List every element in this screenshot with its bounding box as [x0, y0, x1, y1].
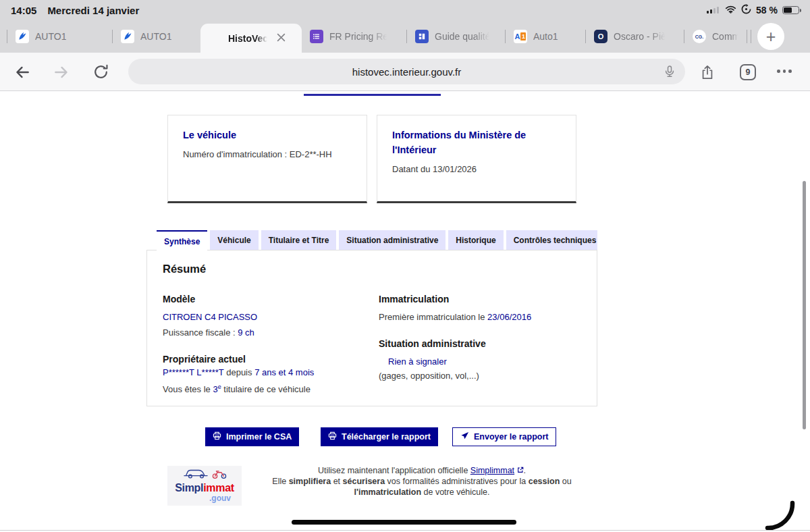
layout-favicon	[415, 30, 429, 43]
cg-favicon: CG.	[693, 30, 706, 43]
back-button[interactable]	[11, 53, 34, 91]
auto1-favicon	[16, 30, 29, 43]
promo-line-2: Elle simplifiera et sécurisera vos forma…	[263, 476, 580, 487]
owner-heading: Propriétaire actuel	[163, 354, 379, 365]
auto1-favicon	[121, 30, 134, 43]
fiscal-power-label: Puissance fiscale :	[163, 327, 238, 338]
browser-tab-label: Guide qualité	[435, 31, 491, 42]
holder-suffix: titulaire de ce véhicule	[221, 384, 310, 394]
synthese-panel: Résumé Modèle CITROEN C4 PICASSO Puissan…	[146, 250, 597, 406]
browser-tab-auto1[interactable]: AUTO1	[7, 20, 112, 53]
status-date: Mercredi 14 janvier	[47, 5, 139, 16]
oscaro-favicon: O	[594, 30, 608, 43]
tab-separator	[747, 30, 747, 43]
tab-situation-administrative[interactable]: Situation administrative	[339, 230, 446, 250]
download-report-label: Télécharger le rapport	[342, 432, 431, 442]
browser-tab-bar: AUTO1 AUTO1 HistoVec FR Pricing Re	[0, 20, 810, 53]
new-tab-button[interactable]: +	[757, 23, 784, 50]
url-bar[interactable]: histovec.interieur.gouv.fr	[128, 59, 685, 84]
tab-vehicule[interactable]: Véhicule	[210, 230, 258, 250]
a1-favicon: A1	[514, 30, 527, 43]
registration-label: Première immatriculation le	[379, 312, 487, 322]
browser-tab-guide-qualite[interactable]: Guide qualité	[407, 20, 505, 53]
simplimmat-link[interactable]: Simplimmat	[470, 466, 514, 475]
print-csa-button[interactable]: Imprimer le CSA	[205, 427, 299, 446]
model-heading: Modèle	[163, 294, 379, 304]
browser-tab-fr-pricing[interactable]: FR Pricing Re	[302, 20, 406, 53]
download-report-button[interactable]: Télécharger le rapport	[321, 427, 438, 446]
external-link-icon	[517, 466, 524, 475]
simplimmat-promo-text: Utilisez maintenant l'application offici…	[263, 465, 580, 498]
printer-icon	[213, 431, 221, 442]
promo-seg: ou	[560, 477, 571, 486]
browser-tab-auto1-2[interactable]: AUTO1	[113, 20, 200, 53]
admin-status-heading: Situation administrative	[379, 338, 581, 349]
status-time: 14:05	[11, 5, 36, 16]
report-tabs: Synthèse Véhicule Titulaire et Titre Sit…	[157, 230, 597, 250]
registration-heading: Immatriculation	[379, 294, 581, 304]
home-indicator[interactable]	[292, 520, 516, 525]
browser-tab-oscaro[interactable]: O Oscaro - Piè	[586, 20, 684, 53]
logo-simpl: Simpl	[175, 482, 203, 494]
promo-seg-bold: simplifiera	[289, 477, 331, 486]
battery-percent: 58 %	[756, 5, 778, 16]
browser-tab-label: AUTO1	[35, 31, 66, 42]
microphone-icon[interactable]	[663, 65, 676, 81]
tab-controles-techniques[interactable]: Contrôles techniques	[506, 230, 597, 250]
motorcycle-icon	[211, 469, 227, 482]
registration-line: Première immatriculation le 23/06/2016	[379, 311, 581, 323]
close-tab-icon[interactable]	[277, 32, 286, 45]
promo-line1-suffix: .	[524, 466, 526, 475]
share-button[interactable]	[696, 53, 719, 91]
list-favicon	[310, 30, 323, 43]
browser-tab-label: Oscaro - Piè	[614, 31, 666, 42]
browser-toolbar: histovec.interieur.gouv.fr 9	[0, 53, 810, 91]
simplimmat-logo: Simplimmat .gouv	[167, 466, 242, 506]
promo-seg-bold: sécurisera	[343, 477, 385, 486]
summary-heading: Résumé	[163, 263, 581, 275]
vehicle-card: Le véhicule Numéro d'immatriculation : E…	[167, 115, 367, 203]
plus-icon: +	[766, 27, 776, 47]
print-csa-label: Imprimer le CSA	[226, 432, 292, 442]
tab-historique[interactable]: Historique	[448, 230, 503, 250]
rotation-lock-icon	[741, 4, 751, 16]
car-icon	[182, 467, 210, 482]
fiscal-power-value: 9 ch	[238, 327, 254, 338]
vehicle-card-body: Numéro d'immatriculation : ED-2**-HH	[183, 149, 352, 159]
holder-line: Vous êtes le 3e titulaire de ce véhicule	[163, 383, 379, 396]
ipad-safari-screen: 14:05 Mercredi 14 janvier 58 % AUTO1	[0, 0, 810, 532]
promo-seg: vos formalités administratives pour la	[385, 477, 529, 486]
more-menu-button[interactable]	[777, 70, 792, 73]
admin-status-value: Rien à signaler	[388, 356, 581, 368]
fiscal-power-line: Puissance fiscale : 9 ch	[163, 327, 379, 339]
promo-line-1: Utilisez maintenant l'application offici…	[263, 465, 580, 476]
promo-seg: Elle	[272, 477, 288, 486]
tab-overview-button[interactable]: 9	[740, 64, 756, 80]
page-scrollbar[interactable]	[803, 181, 806, 429]
registration-date: 23/06/2016	[487, 312, 531, 322]
reload-button[interactable]	[89, 53, 112, 91]
browser-tab-histovec-active[interactable]: HistoVec	[200, 24, 302, 53]
browser-tab-comm[interactable]: CG. Comm	[684, 20, 747, 53]
bottom-hairline	[0, 530, 810, 531]
logo-gouv: .gouv	[209, 494, 242, 502]
tab-separator	[751, 30, 751, 43]
browser-tab-label: AUTO1	[140, 31, 171, 42]
holder-prefix: Vous êtes le	[163, 384, 213, 394]
send-report-button[interactable]: Envoyer le rapport	[452, 427, 556, 446]
ministry-card: Informations du Ministère de l'Intérieur…	[377, 115, 576, 203]
browser-tab-label: HistoVec	[228, 33, 268, 44]
holder-rank-number: 3	[213, 384, 217, 394]
tab-synthese[interactable]: Synthèse	[157, 230, 207, 250]
forward-button[interactable]	[50, 53, 73, 91]
send-icon	[460, 431, 469, 442]
browser-tab-label: Comm	[712, 31, 738, 42]
browser-tab-auto1-3[interactable]: A1 Auto1	[506, 20, 585, 53]
ministry-card-title: Informations du Ministère de l'Intérieur	[392, 128, 561, 158]
promo-line-3: l'immatriculation de votre véhicule.	[263, 487, 580, 498]
simplimmat-wordmark: Simplimmat	[175, 483, 234, 494]
url-text: histovec.interieur.gouv.fr	[352, 66, 461, 78]
tab-titulaire-et-titre[interactable]: Titulaire et Titre	[261, 230, 337, 250]
status-bar: 14:05 Mercredi 14 janvier 58 %	[0, 0, 810, 20]
printer-icon	[328, 431, 337, 442]
